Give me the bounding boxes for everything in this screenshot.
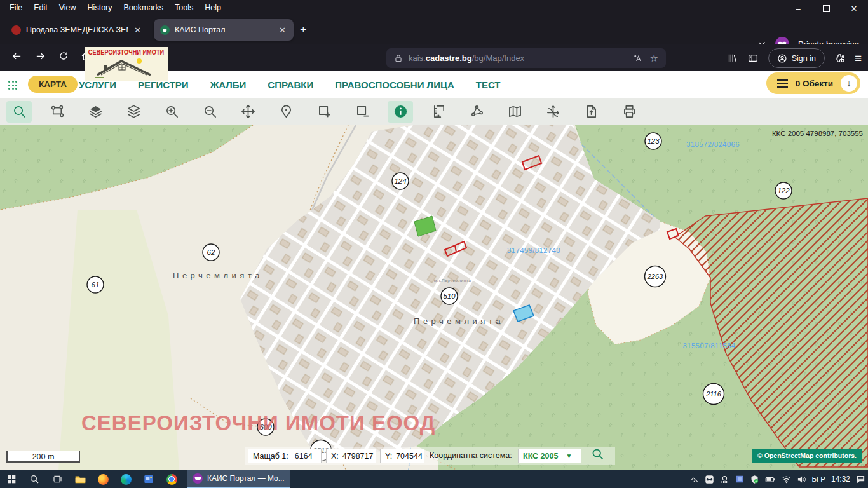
maximize-button[interactable] bbox=[812, 0, 840, 17]
nav-item-справки[interactable]: СПРАВКИ bbox=[268, 79, 313, 90]
url-bar[interactable]: kais.cadastre.bg/bg/Map/Index ☆ bbox=[386, 48, 666, 68]
tool-rect-plus-icon[interactable] bbox=[311, 101, 337, 123]
objects-button[interactable]: 0 Обекти ↓ bbox=[766, 72, 860, 94]
windows-security-icon[interactable] bbox=[750, 475, 759, 484]
tool-polygon-icon[interactable] bbox=[464, 101, 489, 123]
map-scale-bar: 200 m bbox=[6, 451, 80, 463]
y-coordinate-input[interactable]: Y:704544 bbox=[380, 449, 424, 463]
tool-zoom-out-icon[interactable] bbox=[197, 101, 222, 123]
taskbar-active-window[interactable]: КАИС Портал — Mo... bbox=[187, 470, 290, 488]
keyboard-language[interactable]: БГР bbox=[812, 475, 825, 483]
crs-select[interactable]: ККС 2005▼ bbox=[518, 449, 581, 463]
x-coordinate-input[interactable]: X:4798717 bbox=[326, 449, 376, 463]
watermark-logo: СЕВЕРОИЗТОЧНИ ИМОТИ bbox=[85, 47, 168, 81]
menu-hamburger-icon[interactable]: ≡ bbox=[855, 51, 862, 65]
tab-1[interactable]: Продава ЗЕМЕДЕЛСКА ЗЕМЯ в ✕ bbox=[5, 19, 149, 41]
forward-icon[interactable] bbox=[35, 51, 46, 64]
tool-info-icon[interactable] bbox=[388, 101, 413, 123]
firefox-icon[interactable] bbox=[92, 470, 114, 488]
tool-search-icon[interactable] bbox=[6, 101, 32, 123]
tab-1-favicon bbox=[11, 25, 21, 35]
map-search-button[interactable] bbox=[591, 447, 604, 463]
parcel-id-label: 318572/824066 bbox=[686, 140, 740, 148]
objects-collapse-icon[interactable]: ↓ bbox=[841, 75, 857, 92]
tool-pin-icon[interactable] bbox=[273, 101, 299, 123]
lock-icon bbox=[394, 54, 403, 63]
sign-in-button[interactable]: Sign in bbox=[768, 48, 825, 68]
cadastre-circle-label: 2263 bbox=[645, 266, 666, 287]
file-explorer-icon[interactable] bbox=[69, 470, 92, 488]
tool-zoom-in-icon[interactable] bbox=[159, 101, 184, 123]
crs-label: Координатна система: bbox=[430, 449, 512, 463]
close-button[interactable]: ✕ bbox=[840, 0, 868, 17]
parcel-id-label: 317459/812740 bbox=[507, 247, 560, 254]
svg-text:123: 123 bbox=[647, 137, 660, 145]
map-attribution[interactable]: © OpenStreetMap contributors. bbox=[752, 449, 862, 463]
menu-edit[interactable]: Edit bbox=[28, 1, 53, 14]
menu-help[interactable]: Help bbox=[199, 1, 227, 14]
nav-item-karta-active[interactable]: КАРТА bbox=[28, 76, 78, 93]
svg-text:124: 124 bbox=[394, 177, 406, 185]
taskbar-search-icon[interactable] bbox=[23, 470, 46, 488]
svg-text:62: 62 bbox=[207, 248, 215, 256]
tool-layers-icon[interactable] bbox=[121, 101, 146, 123]
menu-bookmarks[interactable]: Bookmarks bbox=[118, 1, 170, 14]
volume-icon[interactable] bbox=[797, 475, 806, 484]
wifi-icon[interactable] bbox=[782, 475, 791, 484]
screen-record-icon[interactable] bbox=[720, 475, 729, 484]
tray-hidden-icons[interactable] bbox=[690, 475, 699, 484]
reload-icon[interactable] bbox=[58, 51, 69, 64]
watermark-house-icon bbox=[88, 56, 165, 80]
browser-menubar: FileEditViewHistoryBookmarksToolsHelp – … bbox=[0, 0, 868, 15]
browser-tabbar: Продава ЗЕМЕДЕЛСКА ЗЕМЯ в ✕ КАИС Портал … bbox=[0, 15, 868, 44]
tool-pan-icon[interactable] bbox=[235, 101, 261, 123]
map-canvas[interactable]: 318572/824066317459/812740315507/811584 … bbox=[0, 125, 868, 470]
edge-icon[interactable] bbox=[114, 470, 137, 488]
back-icon[interactable] bbox=[11, 51, 22, 64]
tray-app-icon[interactable] bbox=[735, 475, 744, 484]
photos-app-icon[interactable] bbox=[137, 470, 160, 488]
chrome-icon[interactable] bbox=[160, 470, 183, 488]
action-center-icon[interactable] bbox=[856, 475, 865, 484]
clock[interactable]: 14:32 bbox=[831, 475, 850, 484]
tab-2-close-icon[interactable]: ✕ bbox=[278, 25, 287, 35]
svg-text:2263: 2263 bbox=[647, 273, 663, 280]
menu-tools[interactable]: Tools bbox=[169, 1, 199, 14]
translate-icon[interactable] bbox=[633, 53, 642, 63]
task-view-icon[interactable] bbox=[46, 470, 69, 488]
extensions-puzzle-icon[interactable] bbox=[834, 53, 845, 64]
battery-icon[interactable] bbox=[765, 475, 776, 484]
menu-file[interactable]: File bbox=[4, 1, 28, 14]
new-tab-button[interactable]: + bbox=[300, 24, 307, 37]
menu-view[interactable]: View bbox=[53, 1, 82, 14]
bookmark-star-icon[interactable]: ☆ bbox=[650, 53, 658, 64]
teamviewer-icon[interactable] bbox=[705, 475, 714, 484]
nav-item-жалби[interactable]: ЖАЛБИ bbox=[210, 79, 247, 90]
tab-1-title: Продава ЗЕМЕДЕЛСКА ЗЕМЯ в bbox=[26, 25, 128, 34]
tab-1-close-icon[interactable]: ✕ bbox=[133, 25, 142, 35]
map-container: 318572/824066317459/812740315507/811584 … bbox=[0, 125, 868, 470]
apps-grid-icon[interactable] bbox=[8, 81, 18, 90]
library-icon[interactable] bbox=[727, 53, 738, 64]
tool-axes-icon[interactable] bbox=[540, 101, 566, 123]
tool-fold-map-icon[interactable] bbox=[502, 101, 527, 123]
watermark-logo-title: СЕВЕРОИЗТОЧНИ ИМОТИ bbox=[88, 47, 165, 56]
tool-flow-icon[interactable] bbox=[44, 101, 70, 123]
objects-count-label: 0 Обекти bbox=[796, 79, 833, 88]
tool-rect-minus-icon[interactable] bbox=[349, 101, 375, 123]
minimize-button[interactable]: – bbox=[784, 0, 812, 17]
nav-item-тест[interactable]: ТЕСТ bbox=[476, 79, 501, 90]
place-label: м.т.Перчемлията bbox=[434, 278, 471, 283]
tool-layers-base-icon[interactable] bbox=[83, 101, 108, 123]
scale-input[interactable]: Мащаб 1:6164 bbox=[248, 449, 322, 463]
start-button[interactable] bbox=[0, 470, 23, 488]
tool-measure-icon[interactable] bbox=[426, 101, 451, 123]
tab-2[interactable]: КАИС Портал ✕ bbox=[154, 19, 294, 41]
tool-print-icon[interactable] bbox=[616, 101, 642, 123]
sidebar-icon[interactable] bbox=[747, 53, 759, 64]
nav-item-правоспособни-лица[interactable]: ПРАВОСПОСОБНИ ЛИЦА bbox=[335, 79, 454, 90]
svg-text:122: 122 bbox=[777, 187, 790, 194]
menu-history[interactable]: History bbox=[82, 1, 118, 14]
tool-export-icon[interactable] bbox=[578, 101, 604, 123]
screen: FileEditViewHistoryBookmarksToolsHelp – … bbox=[0, 0, 868, 488]
